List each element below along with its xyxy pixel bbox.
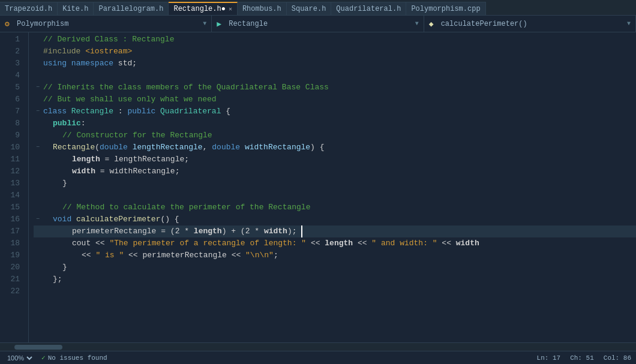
fold-icon-7[interactable]: −: [34, 107, 42, 116]
fold-icon-16[interactable]: −: [34, 215, 42, 224]
method-label: calculatePerimeter(): [441, 20, 527, 28]
total-col-indicator: Col: 86: [604, 354, 631, 362]
line-num-21: 21: [0, 273, 23, 285]
line-num-4: 4: [0, 70, 23, 82]
code-line-1: // Derived Class : Rectangle: [34, 34, 636, 46]
tab-label: Parallelogram.h: [98, 5, 163, 13]
tab-label: Rectangle.h: [173, 5, 221, 13]
method-dropdown-icon: ▼: [627, 20, 631, 27]
line-indicator: Ln: 17: [537, 354, 561, 362]
line-num-14: 14: [0, 189, 23, 201]
tab-parallelogram[interactable]: Parallelogram.h: [94, 2, 169, 15]
code-line-15: // Method to calculate the perimeter of …: [34, 201, 636, 213]
code-line-3: using namespace std;: [34, 58, 636, 70]
namespace-dropdown-icon: ▼: [203, 20, 206, 27]
toolbar-strip: ⚙ Polymorphism ▼ ▶ Rectangle ▼ ◆ calcula…: [0, 16, 636, 32]
tab-bar: Trapezoid.h Kite.h Parallelogram.h Recta…: [0, 0, 636, 16]
line-num-8: 8: [0, 118, 23, 130]
fold-icon-5[interactable]: −: [34, 83, 42, 92]
code-line-4: [34, 70, 636, 82]
line-num-2: 2: [0, 46, 23, 58]
status-bar: 100% 75% 125% 150% ✓ No issues found Ln:…: [0, 351, 636, 364]
editor-area: 1 2 3 4 5 6 7 8 9 10 11 12 13 14 15 16 1…: [0, 32, 636, 342]
tab-trapezoid[interactable]: Trapezoid.h: [0, 2, 58, 15]
code-line-22: [34, 285, 636, 297]
scroll-thumb[interactable]: [14, 345, 62, 350]
namespace-icon: ⚙: [5, 19, 14, 29]
tab-polymorphism[interactable]: Polymorphism.cpp: [406, 2, 485, 15]
line-num-11: 11: [0, 154, 23, 166]
line-num-7: 7: [0, 106, 23, 118]
status-right: Ln: 17 Ch: 51 Col: 86: [537, 354, 631, 362]
line-num-1: 1: [0, 34, 23, 46]
issues-status: ✓ No issues found: [41, 354, 107, 362]
class-dropdown-icon: ▼: [415, 20, 419, 27]
fold-icon-10[interactable]: −: [34, 143, 42, 152]
namespace-label: Polymorphism: [17, 20, 68, 28]
line-num-9: 9: [0, 130, 23, 142]
status-left: 100% 75% 125% 150% ✓ No issues found: [5, 354, 107, 362]
line-num-19: 19: [0, 249, 23, 261]
code-line-20: }: [34, 261, 636, 273]
code-line-9: // Constructor for the Rectangle: [34, 130, 636, 142]
code-line-10: − Rectangle(double lengthRectangle, doub…: [34, 142, 636, 154]
class-label: Rectangle: [229, 20, 268, 28]
line-num-5: 5: [0, 82, 23, 94]
code-line-8: public:: [34, 118, 636, 130]
code-line-13: }: [34, 178, 636, 189]
code-line-6: // But we shall use only what we need: [34, 94, 636, 106]
code-line-7: − class Rectangle : public Quadrilateral…: [34, 106, 636, 118]
tab-modified-icon: ●: [221, 5, 226, 13]
tab-quadrilateral[interactable]: Quadrilateral.h: [331, 2, 406, 15]
tab-label: Rhombus.h: [242, 5, 281, 13]
method-icon: ◆: [429, 19, 439, 29]
line-num-17: 17: [0, 225, 23, 237]
line-num-3: 3: [0, 58, 23, 70]
code-line-16: − void calculatePerimeter() {: [34, 213, 636, 225]
namespace-selector[interactable]: ⚙ Polymorphism ▼: [0, 16, 212, 32]
col-indicator: Ch: 51: [570, 354, 594, 362]
horizontal-scrollbar[interactable]: [0, 342, 636, 351]
tab-label: Trapezoid.h: [5, 5, 52, 13]
line-num-6: 6: [0, 94, 23, 106]
line-num-22: 22: [0, 285, 23, 297]
tab-label: Polymorphism.cpp: [411, 5, 480, 13]
code-line-2: #include <iostream>: [34, 46, 636, 58]
tab-label: Quadrilateral.h: [336, 5, 401, 13]
issues-text: No issues found: [48, 354, 107, 362]
line-num-12: 12: [0, 166, 23, 178]
tab-rhombus[interactable]: Rhombus.h: [238, 2, 287, 15]
code-line-19: << " is " << perimeterRectangle << "\n\n…: [34, 249, 636, 261]
code-content[interactable]: // Derived Class : Rectangle #include <i…: [29, 32, 636, 342]
code-line-14: [34, 189, 636, 201]
line-num-13: 13: [0, 178, 23, 189]
code-line-17: perimeterRectangle = (2 * length) + (2 *…: [34, 225, 636, 237]
line-num-15: 15: [0, 201, 23, 213]
tab-square[interactable]: Square.h: [287, 2, 332, 15]
code-line-5: − // Inherits the class members of the Q…: [34, 82, 636, 94]
line-num-18: 18: [0, 237, 23, 249]
zoom-select[interactable]: 100% 75% 125% 150%: [5, 354, 34, 362]
method-selector[interactable]: ◆ calculatePerimeter() ▼: [424, 16, 636, 32]
line-num-10: 10: [0, 142, 23, 154]
line-num-16: 16: [0, 213, 23, 225]
line-numbers: 1 2 3 4 5 6 7 8 9 10 11 12 13 14 15 16 1…: [0, 32, 29, 342]
class-selector[interactable]: ▶ Rectangle ▼: [212, 16, 424, 32]
code-line-21: };: [34, 273, 636, 285]
tab-label: Square.h: [292, 5, 326, 13]
line-num-20: 20: [0, 261, 23, 273]
code-line-12: width = widthRectangle;: [34, 166, 636, 178]
class-icon: ▶: [217, 19, 226, 29]
tab-close-icon[interactable]: ✕: [229, 5, 232, 13]
tab-kite[interactable]: Kite.h: [58, 2, 94, 15]
code-line-11: length = lengthRectangle;: [34, 154, 636, 166]
tab-rectangle[interactable]: Rectangle.h ● ✕: [169, 2, 237, 15]
issues-icon: ✓: [41, 354, 46, 362]
tab-label: Kite.h: [62, 5, 88, 13]
code-line-18: cout << "The perimeter of a rectangle of…: [34, 237, 636, 249]
